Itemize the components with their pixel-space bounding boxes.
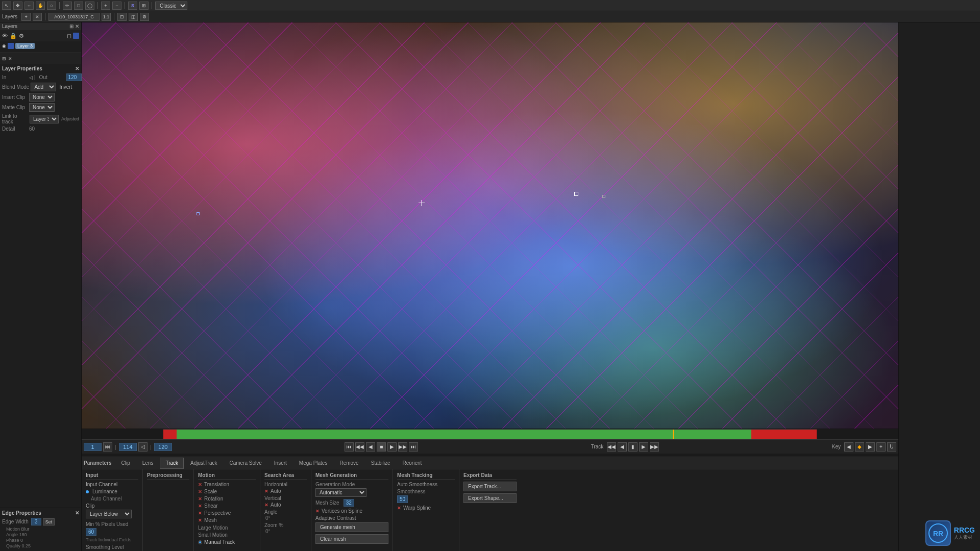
track-point-1[interactable] — [574, 192, 578, 196]
export-data-section: Export Data Export Track... Export Shape… — [459, 469, 521, 551]
insert-clip-select[interactable]: None — [29, 93, 55, 102]
step-back-btn[interactable]: ◀ — [366, 442, 375, 452]
gen-mode-select[interactable]: Automatic — [315, 488, 366, 497]
min-pixels-value[interactable]: 60 — [86, 528, 96, 536]
out-value[interactable]: 120 — [66, 73, 82, 81]
auto-h-row: ✕ Auto — [264, 488, 307, 494]
mesh-size-value[interactable]: 32 — [344, 499, 354, 507]
smoothness-value[interactable]: 50 — [397, 495, 408, 503]
lock-icon[interactable]: 🔒 — [10, 33, 17, 39]
track-stop-btn[interactable]: ◀ — [618, 442, 627, 452]
toolbar-btn-3[interactable]: ↔ — [24, 2, 34, 10]
tab-remove[interactable]: Remove — [334, 458, 364, 469]
settings-icon[interactable]: ⚙ — [19, 33, 24, 39]
export-shape-btn[interactable]: Export Shape... — [463, 493, 517, 503]
step-back[interactable]: ◁ — [138, 442, 148, 452]
layer-item[interactable]: ◉ Layer 3 — [0, 41, 81, 51]
warp-spline-row: ✕ Warp Spline — [397, 505, 455, 511]
preset-dropdown[interactable]: Classic — [155, 2, 187, 10]
key-fwd-btn[interactable]: ▶ — [866, 442, 875, 452]
export-track-btn[interactable]: Export Track... — [463, 482, 517, 491]
edge-props-close[interactable]: ✕ — [75, 510, 79, 516]
zoom-btn[interactable]: 1:1 — [102, 13, 111, 21]
panel-icon-b[interactable]: ✕ — [8, 56, 12, 61]
track-fwd-btn[interactable]: ▶ — [639, 442, 648, 452]
track-point-3[interactable] — [197, 212, 200, 215]
preprocessing-title: Preprocessing — [147, 472, 189, 480]
del-key-btn[interactable]: U — [887, 442, 896, 452]
play-btn[interactable]: ▶ — [387, 442, 397, 452]
frame-end[interactable]: 120 — [154, 443, 172, 451]
blend-mode-select[interactable]: Add — [31, 83, 56, 91]
tab-reorient[interactable]: Reorient — [397, 458, 428, 469]
frame-current[interactable]: 114 — [119, 443, 137, 451]
toolbar-btn-ellipse[interactable]: ◯ — [85, 2, 94, 10]
toolbar-btn-grid[interactable]: ⊞ — [139, 2, 149, 10]
toolbar-btn-rect[interactable]: □ — [74, 2, 83, 10]
layer-below-select[interactable]: Layer Below — [86, 510, 132, 518]
view-btn-1[interactable]: ⊡ — [117, 13, 127, 21]
clip-label-btn[interactable]: A010_10031317_C — [48, 13, 100, 21]
matte-clip-select[interactable]: None — [29, 103, 55, 112]
eye-icon[interactable]: 👁 — [2, 33, 8, 39]
scale-check: ✕ — [198, 489, 202, 494]
viewport[interactable] — [82, 22, 898, 429]
manual-track-radio[interactable] — [198, 540, 202, 544]
translation-label: Translation — [204, 482, 229, 487]
toolbar-btn-5[interactable]: ○ — [47, 2, 56, 10]
add-key-btn[interactable]: + — [876, 442, 886, 452]
mesh-size-row: Mesh Size 32 — [315, 499, 388, 507]
search-area-title: Search Area — [264, 472, 307, 480]
tab-adjust-track[interactable]: AdjustTrack — [185, 458, 223, 469]
go-start-btn[interactable]: ⏮ — [345, 442, 354, 452]
mesh-row: ✕ Mesh — [198, 517, 256, 523]
layer-name-tag[interactable]: Layer 3 — [15, 43, 35, 49]
track-frame-btn[interactable]: ▮ — [628, 442, 638, 452]
generate-mesh-btn[interactable]: Generate mesh — [315, 522, 388, 532]
toolbar-btn-minus[interactable]: − — [112, 2, 121, 10]
set-button[interactable]: Set — [43, 518, 55, 525]
edge-width-value[interactable]: 3 — [31, 518, 41, 525]
tab-camera-solve[interactable]: Camera Solve — [224, 458, 267, 469]
step-fwd-btn[interactable]: ▶▶ — [398, 442, 407, 452]
track-fwd2-btn[interactable]: ▶▶ — [650, 442, 659, 452]
track-back-btn[interactable]: ◀◀ — [607, 442, 616, 452]
warp-spline-label: Warp Spline — [403, 505, 431, 511]
tab-mega-plates[interactable]: Mega Plates — [293, 458, 333, 469]
toolbar-btn-1[interactable]: ↖ — [2, 2, 11, 10]
toolbar-btn-pen[interactable]: ✏ — [63, 2, 72, 10]
play-back-btn[interactable]: ◀◀ — [355, 442, 364, 452]
clip-label: Clip — [86, 503, 138, 509]
panel-icon-a[interactable]: ⊞ — [2, 56, 6, 61]
layer-visibility-icon[interactable]: ◉ — [2, 43, 6, 48]
frame-start[interactable]: 1 — [84, 443, 102, 451]
toolbar-btn-2[interactable]: ✥ — [13, 2, 22, 10]
motion-section: Motion ✕ Translation ✕ Scale ✕ Rotation — [194, 469, 260, 551]
toolbar-btn-s[interactable]: S — [128, 2, 137, 10]
tab-insert[interactable]: Insert — [268, 458, 292, 469]
delete-layer-btn[interactable]: ✕ — [33, 13, 42, 21]
tab-track[interactable]: Track — [160, 458, 184, 469]
play-prev-start[interactable]: ⏮ — [103, 442, 112, 452]
tab-clip[interactable]: Clip — [115, 458, 135, 469]
link-to-track-select[interactable]: Layer 3 — [30, 115, 59, 123]
key-diamond[interactable]: ◆ — [855, 442, 864, 452]
toolbar-btn-add[interactable]: + — [101, 2, 110, 10]
layer-props-close[interactable]: ✕ — [75, 66, 79, 71]
playhead[interactable] — [673, 430, 674, 439]
view-btn-2[interactable]: ◫ — [129, 13, 138, 21]
toolbar-btn-4[interactable]: ✋ — [36, 2, 45, 10]
grid-overlay — [82, 22, 898, 429]
timeline-track[interactable] — [163, 429, 817, 439]
vertical-label: Vertical — [264, 495, 307, 501]
go-end-btn[interactable]: ⏭ — [409, 442, 418, 452]
new-layer-btn[interactable]: + — [21, 13, 31, 21]
clear-mesh-btn[interactable]: Clear mesh — [315, 534, 388, 544]
tab-stabilize[interactable]: Stabilize — [365, 458, 396, 469]
track-point-2[interactable] — [602, 195, 605, 198]
key-back-btn[interactable]: ◀ — [844, 442, 853, 452]
tab-lens[interactable]: Lens — [137, 458, 159, 469]
view-btn-3[interactable]: ⚙ — [140, 13, 149, 21]
layer-icon-1[interactable]: ◻ — [67, 33, 71, 39]
stop-btn[interactable]: ■ — [377, 442, 386, 452]
